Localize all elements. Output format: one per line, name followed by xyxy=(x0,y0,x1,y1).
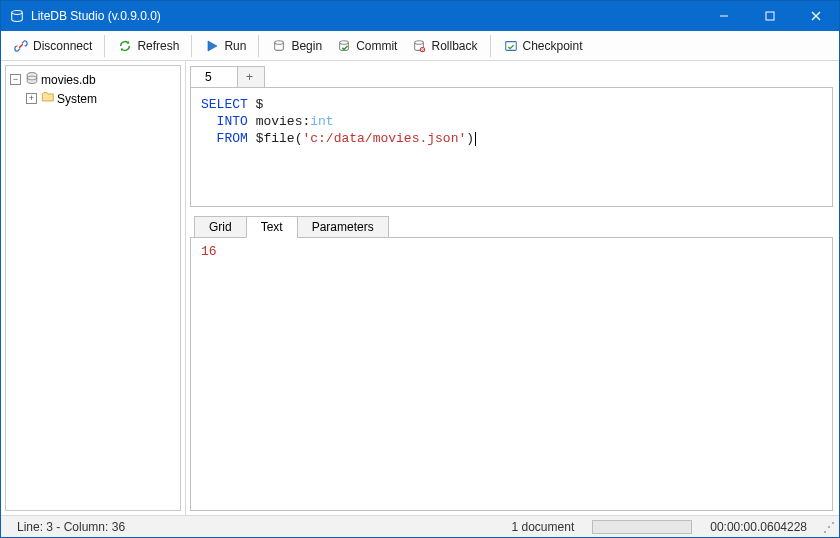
tok-dollar: $ xyxy=(248,97,264,112)
titlebar: LiteDB Studio (v.0.9.0.0) xyxy=(1,1,839,31)
minimize-button[interactable] xyxy=(701,1,747,31)
disconnect-icon xyxy=(13,38,29,54)
commit-label: Commit xyxy=(356,39,397,53)
text-caret xyxy=(475,132,476,146)
tok-filefn: $file( xyxy=(248,131,303,146)
body: − movies.db + System 5 + SELECT $ INTO m… xyxy=(1,61,839,515)
app-icon xyxy=(9,8,25,24)
rollback-icon xyxy=(411,38,427,54)
expand-icon[interactable]: + xyxy=(26,93,37,104)
checkpoint-icon xyxy=(503,38,519,54)
tree-root-label: movies.db xyxy=(41,73,96,87)
tab-parameters[interactable]: Parameters xyxy=(297,216,389,238)
tree-system-label: System xyxy=(57,92,97,106)
svg-point-0 xyxy=(12,11,23,15)
status-elapsed: 00:00:00.0604228 xyxy=(700,520,817,534)
toolbar-separator xyxy=(258,35,259,57)
tok-type: int xyxy=(310,114,333,129)
folder-icon xyxy=(41,90,55,107)
refresh-icon xyxy=(117,38,133,54)
rollback-label: Rollback xyxy=(431,39,477,53)
tree-view[interactable]: − movies.db + System xyxy=(5,65,181,511)
toolbar-separator xyxy=(104,35,105,57)
svg-rect-2 xyxy=(766,12,774,20)
tok-target: movies: xyxy=(248,114,310,129)
begin-label: Begin xyxy=(291,39,322,53)
statusbar: Line: 3 - Column: 36 1 document 00:00:00… xyxy=(1,515,839,537)
rollback-button[interactable]: Rollback xyxy=(405,35,483,57)
begin-icon xyxy=(271,38,287,54)
refresh-button[interactable]: Refresh xyxy=(111,35,185,57)
tok-path: 'c:/data/movies.json' xyxy=(302,131,466,146)
svg-point-8 xyxy=(415,40,424,44)
sidebar: − movies.db + System xyxy=(1,61,186,515)
svg-point-7 xyxy=(340,40,349,44)
run-button[interactable]: Run xyxy=(198,35,252,57)
play-icon xyxy=(204,38,220,54)
query-tab-add[interactable]: + xyxy=(237,66,265,88)
commit-button[interactable]: Commit xyxy=(330,35,403,57)
status-progress xyxy=(592,520,692,534)
checkpoint-button[interactable]: Checkpoint xyxy=(497,35,589,57)
toolbar-separator xyxy=(191,35,192,57)
begin-button[interactable]: Begin xyxy=(265,35,328,57)
window-title: LiteDB Studio (v.0.9.0.0) xyxy=(31,9,701,23)
resize-grip[interactable]: ⋰ xyxy=(817,520,833,534)
sql-editor[interactable]: SELECT $ INTO movies:int FROM $file('c:/… xyxy=(190,87,833,207)
checkpoint-label: Checkpoint xyxy=(523,39,583,53)
result-tabs: Grid Text Parameters xyxy=(190,215,833,237)
tok-close: ) xyxy=(466,131,474,146)
svg-point-6 xyxy=(275,40,284,44)
svg-rect-12 xyxy=(505,41,516,50)
tab-text[interactable]: Text xyxy=(246,216,298,238)
main-area: 5 + SELECT $ INTO movies:int FROM $file(… xyxy=(186,61,839,515)
toolbar: Disconnect Refresh Run Begin Commit Roll… xyxy=(1,31,839,61)
query-tabs: 5 + xyxy=(190,65,833,87)
toolbar-separator xyxy=(490,35,491,57)
tree-system[interactable]: + System xyxy=(8,89,178,108)
run-label: Run xyxy=(224,39,246,53)
commit-icon xyxy=(336,38,352,54)
result-value: 16 xyxy=(201,244,217,259)
refresh-label: Refresh xyxy=(137,39,179,53)
kw-into: INTO xyxy=(217,114,248,129)
query-tab-active[interactable]: 5 xyxy=(190,66,238,88)
database-icon xyxy=(25,71,39,88)
kw-select: SELECT xyxy=(201,97,248,112)
maximize-button[interactable] xyxy=(747,1,793,31)
disconnect-label: Disconnect xyxy=(33,39,92,53)
svg-line-5 xyxy=(19,44,23,48)
close-button[interactable] xyxy=(793,1,839,31)
status-cursor: Line: 3 - Column: 36 xyxy=(7,520,135,534)
collapse-icon[interactable]: − xyxy=(10,74,21,85)
window-controls xyxy=(701,1,839,31)
kw-from: FROM xyxy=(217,131,248,146)
status-docs: 1 document xyxy=(502,520,585,534)
tab-grid[interactable]: Grid xyxy=(194,216,247,238)
disconnect-button[interactable]: Disconnect xyxy=(7,35,98,57)
result-panel[interactable]: 16 xyxy=(190,237,833,511)
app-window: LiteDB Studio (v.0.9.0.0) Disconnect Ref… xyxy=(0,0,840,538)
tree-root[interactable]: − movies.db xyxy=(8,70,178,89)
